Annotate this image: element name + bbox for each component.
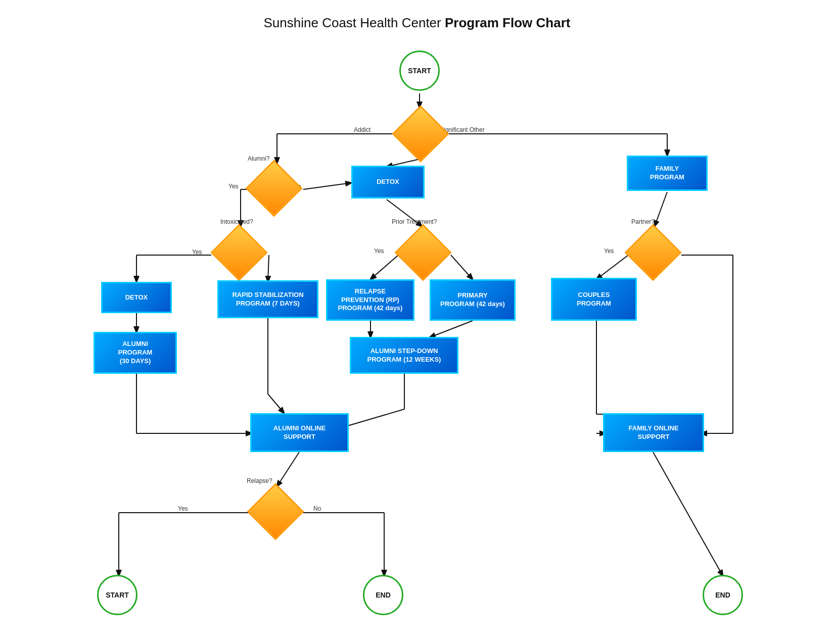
svg-line-32 <box>277 452 299 486</box>
svg-line-33 <box>653 452 723 576</box>
decision-addict-diamond <box>395 109 446 159</box>
svg-line-25 <box>596 255 628 279</box>
end2-node: END <box>703 575 743 615</box>
label-yes-prior: Yes <box>374 247 384 255</box>
primary-program-box: PRIMARYPROGRAM (42 days) <box>430 279 516 321</box>
label-no-relapse: No <box>313 505 321 512</box>
decision-intoxicated-diamond <box>211 225 267 280</box>
label-yes-partner: Yes <box>604 247 614 255</box>
label-addict: Addict <box>354 126 370 133</box>
page-title: Sunshine Coast Health Center Program Flo… <box>0 0 834 31</box>
start2-node: START <box>97 575 137 615</box>
svg-line-19 <box>370 255 398 279</box>
label-yes-alumni: Yes <box>228 183 239 190</box>
label-prior-treatment-question: Prior Treatment? <box>392 218 437 225</box>
start2-label: START <box>106 591 129 599</box>
decision-relapse-diamond <box>249 485 302 538</box>
label-yes-relapse: Yes <box>178 505 188 512</box>
couples-program-box: COUPLESPROGRAM <box>551 278 637 321</box>
alumni-online-support-box: ALUMNI ONLINESUPPORT <box>250 413 349 452</box>
svg-line-8 <box>303 183 351 189</box>
rapid-stabilization-box: RAPID STABILIZATIONPROGRAM (7 DAYS) <box>217 280 318 318</box>
detox-left-box: DETOX <box>101 282 172 313</box>
label-alumni-question: Alumni? <box>248 155 269 162</box>
alumni-stepdown-box: ALUMNI STEP-DOWNPROGRAM (12 WEEKS) <box>350 337 458 374</box>
decision-partner-diamond <box>625 225 681 280</box>
start-label: START <box>408 67 431 75</box>
label-partner-question: Partner? <box>631 218 655 225</box>
label-intoxicated-question: Intoxicated? <box>220 218 253 225</box>
end2-label: END <box>715 591 730 599</box>
label-yes-intox: Yes <box>192 249 202 256</box>
svg-line-13 <box>268 255 269 282</box>
decision-prior-treatment-diamond <box>395 225 451 280</box>
detox-main-box: DETOX <box>351 166 425 199</box>
svg-line-18 <box>268 394 284 413</box>
alumni-program-box: ALUMNIPROGRAM(30 DAYS) <box>94 332 177 374</box>
flow-chart-svg <box>0 0 834 644</box>
family-program-box: FAMILYPROGRAM <box>627 156 708 191</box>
svg-line-10 <box>655 192 667 226</box>
end1-node: END <box>363 575 403 615</box>
end1-label: END <box>376 591 391 599</box>
relapse-prevention-box: RELAPSEPREVENTION (RP)PROGRAM (42 days) <box>326 279 414 321</box>
start-node: START <box>399 51 440 91</box>
decision-alumni-diamond <box>249 163 299 214</box>
label-relapse-question: Relapse? <box>247 477 272 484</box>
svg-line-22 <box>430 321 473 337</box>
family-online-support-box: FAMILY ONLINESUPPORT <box>603 413 704 452</box>
svg-line-20 <box>451 255 473 279</box>
